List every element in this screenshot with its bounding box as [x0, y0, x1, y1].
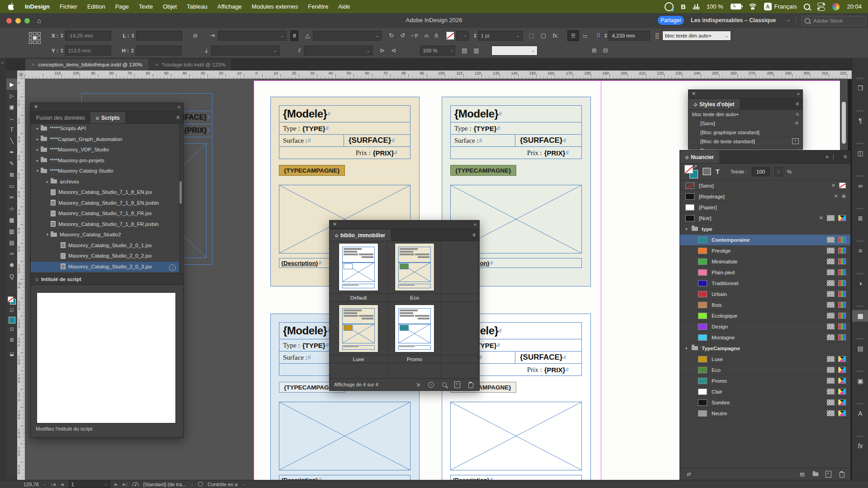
height-stepper[interactable]	[131, 47, 135, 55]
new-color-group-icon[interactable]	[812, 471, 819, 478]
tree-script-row[interactable]: Masonry_Catalog_Studio_7_1_8_FR.jsxbin	[31, 219, 179, 230]
width-stepper[interactable]	[131, 32, 135, 40]
object-style-row[interactable]: [Sans]✕	[689, 119, 802, 128]
menu-item-texte[interactable]: Texte	[139, 3, 153, 10]
scale-x-select[interactable]: ⌄	[218, 31, 287, 41]
tree-chevron-icon[interactable]: ▸	[35, 147, 40, 152]
rotate-select[interactable]: ⌄	[304, 46, 373, 56]
workspace-switcher[interactable]: Les indispensables – Classique	[691, 17, 776, 23]
close-tab-icon[interactable]: ×	[156, 62, 158, 67]
model-text-frame[interactable]: {Modele}#	[279, 105, 410, 122]
tree-chevron-icon[interactable]: ▸	[35, 137, 40, 141]
collapse-library-icon[interactable]: «	[474, 221, 476, 227]
clear-overrides-icon[interactable]: ⊟	[603, 47, 608, 54]
close-tab-icon[interactable]: ×	[32, 62, 34, 67]
swatch-row-sombre[interactable]: Sombre	[680, 397, 850, 408]
object-style-row[interactable]: bloc texte dim auto+ϟ	[689, 110, 802, 119]
fill-stroke-proxy-swatches[interactable]	[684, 165, 698, 178]
zoom-chevron-icon[interactable]: ⌄	[43, 482, 47, 486]
library-item-thumbnail-promo[interactable]	[395, 305, 434, 352]
apple-menu-icon[interactable]	[8, 3, 15, 11]
note-tool-icon[interactable]: ▤	[6, 237, 17, 248]
color-panel-icon[interactable]: ◑	[852, 277, 868, 289]
library-item-thumbnail-default[interactable]	[339, 244, 378, 291]
library-info-icon[interactable]: i	[428, 381, 434, 388]
close-styles-icon[interactable]: ✕	[692, 91, 696, 97]
relative-transform-icon[interactable]: ⇥	[210, 32, 215, 39]
zoom-tool-icon[interactable]: Q	[6, 271, 17, 282]
paragraph-styles-panel-icon[interactable]: ≡	[852, 245, 868, 257]
script-info-icon[interactable]: i	[169, 264, 176, 271]
scrollbar-thumb[interactable]	[842, 102, 846, 144]
campaign-chip[interactable]: {TYPECAMPAGNE}	[450, 165, 516, 176]
swatch-row-traditionnel[interactable]: Traditionnel	[680, 278, 850, 289]
flip-icon[interactable]: ⌐P	[411, 32, 418, 39]
character-styles-panel-icon[interactable]: A	[852, 408, 868, 419]
rotate-cw-icon[interactable]: ↻	[389, 32, 394, 39]
battery-icon[interactable]: ϟ	[731, 4, 741, 9]
pages-panel-icon[interactable]: ❐	[852, 82, 868, 94]
workspace-chevron-icon[interactable]: ⌄	[787, 17, 790, 22]
clear-overrides-icon[interactable]: ✕	[795, 120, 799, 126]
corner-shape-icon[interactable]: ▢	[541, 32, 546, 39]
first-page-button[interactable]: |◀	[51, 482, 56, 487]
tree-script-row[interactable]: Masonry_Catalog_Studio_2_0_2.jsx	[31, 251, 179, 262]
close-library-icon[interactable]: ✕	[333, 221, 337, 227]
tree-script-row[interactable]: Masonry_Catalog_Studio_7_1_8_EN.jsx	[31, 187, 179, 198]
menu-item-edition[interactable]: Edition	[87, 3, 105, 10]
script-label-input[interactable]	[37, 292, 176, 423]
swatch-row-urbain[interactable]: Urbain	[680, 289, 850, 300]
object-styles-panel-icon[interactable]: ▣	[852, 375, 868, 387]
next-page-button[interactable]: ▶	[115, 482, 118, 487]
library-tab[interactable]: ◇biblio_immobilier	[330, 230, 391, 241]
tree-folder-row[interactable]: ▸*****Scripts-API	[31, 123, 179, 134]
gap-stepper[interactable]	[604, 32, 608, 40]
swatches-tab[interactable]: ◇Nuancier	[680, 151, 719, 163]
tree-script-row[interactable]: Masonry_Catalog_Studio_2_0_3.jsx	[31, 262, 179, 272]
select-container-icon[interactable]: ⫙	[425, 32, 429, 39]
library-relink-icon[interactable]: ⇲	[415, 381, 421, 388]
formatting-affects-text-icon[interactable]: T	[716, 168, 720, 175]
surface-row[interactable]: Surface :# {SURFACE}#	[450, 135, 582, 147]
grid-options-icon[interactable]: ⣿	[655, 32, 659, 39]
group-chevron-icon[interactable]: ▾	[685, 227, 692, 231]
gap-field[interactable]: 4,233 mm	[609, 31, 650, 41]
swatch-row-plain-pied[interactable]: Plain-pied	[680, 267, 850, 278]
swatches-panel-icon[interactable]: ▦	[852, 310, 868, 322]
tree-chevron-icon[interactable]: ▸	[45, 179, 50, 184]
color-profile-menu-icon[interactable]	[832, 3, 840, 10]
wrap-around-icon[interactable]: ⚏	[579, 30, 591, 41]
links-panel-icon[interactable]: ∞	[852, 180, 868, 192]
paragraph-panel-icon[interactable]: ¶	[852, 115, 868, 127]
pen-tool-icon[interactable]: ✒	[6, 146, 17, 158]
tint-dropdown-icon[interactable]: ›	[774, 167, 783, 176]
stroke-color-swatch[interactable]	[446, 32, 454, 40]
object-style-select[interactable]: bloc texte dim auto+⌄	[662, 31, 731, 41]
control-center-icon[interactable]	[817, 3, 825, 11]
library-item-thumbnail-luxe[interactable]	[339, 305, 378, 352]
x-stepper[interactable]	[60, 32, 64, 40]
effects-icon[interactable]: fx.	[552, 32, 559, 39]
style-overrides-icon[interactable]: ⊞	[592, 47, 597, 54]
close-panel-icon[interactable]: ✕	[34, 104, 38, 110]
swatch-row-promo[interactable]: Promo	[680, 375, 850, 386]
swatch-row-papier[interactable]: [Papier]	[680, 202, 850, 213]
fill-stroke-proxy[interactable]	[8, 296, 16, 305]
tables-panel-icon[interactable]: ▤	[852, 343, 868, 354]
swatch-row-minimaliste[interactable]: Minimaliste	[680, 256, 850, 267]
stroke-style-select[interactable]: ⌄	[491, 46, 538, 56]
type-text-frame[interactable]: Type :{TYPE}#	[279, 122, 410, 135]
eyedropper-tool-icon[interactable]: ✑	[6, 248, 17, 259]
swatch-row-eco[interactable]: Eco	[680, 365, 850, 375]
corner-options-icon[interactable]: ⬚	[529, 32, 534, 39]
gap-tool-icon[interactable]: ↔	[6, 113, 17, 124]
preflight-chevron-icon[interactable]: ⌄	[191, 482, 194, 486]
hand-tool-icon[interactable]: ✽	[6, 259, 17, 271]
tree-chevron-icon[interactable]: ▾	[35, 169, 40, 173]
stroke-weight-select[interactable]: 1 pt⌄	[478, 31, 523, 41]
vertical-ruler[interactable]: 0102030405060708090100110120130140150160…	[17, 79, 25, 480]
constrain-link-icon[interactable]: ⊘	[193, 32, 198, 39]
relative-transform-v-icon[interactable]: ⤓	[205, 47, 208, 54]
tree-chevron-icon[interactable]: ▸	[35, 158, 40, 163]
swatch-row-contemporaine[interactable]: Contemporaine	[680, 235, 850, 245]
